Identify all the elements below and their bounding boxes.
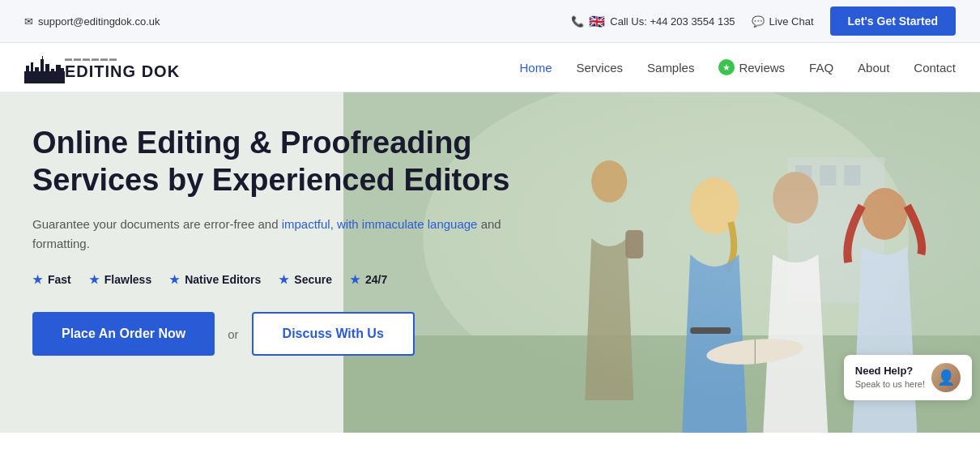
feature-secure: ★ Secure (279, 273, 332, 286)
feature-247: ★ 24/7 (350, 273, 387, 286)
nav-about[interactable]: About (858, 61, 889, 75)
hero-subtitle: Guarantee your documents are error-free … (32, 215, 502, 254)
nav-reviews[interactable]: ★ Reviews (718, 59, 785, 75)
svg-rect-2 (31, 62, 33, 83)
svg-rect-15 (820, 165, 836, 186)
svg-point-23 (705, 335, 804, 368)
phone-item: 📞 🇬🇧 Call Us: +44 203 3554 135 (571, 14, 735, 29)
feature-star-icon-3: ★ (169, 273, 180, 286)
topbar-email: ✉ support@editingdok.co.uk (24, 15, 160, 28)
svg-rect-20 (690, 327, 731, 334)
nav-services[interactable]: Services (577, 61, 624, 75)
place-order-button[interactable]: Place An Order Now (32, 312, 215, 356)
chat-icon: 💬 (752, 15, 765, 28)
svg-point-22 (862, 188, 907, 240)
phone-label: Call Us: +44 203 3554 135 (610, 15, 735, 28)
feature-star-icon-2: ★ (89, 273, 100, 286)
discuss-with-us-button[interactable]: Discuss With Us (252, 312, 415, 356)
feature-fast: ★ Fast (32, 273, 71, 286)
feature-native-editors: ★ Native Editors (169, 273, 261, 286)
need-help-text: Need Help? Speak to us here! (855, 365, 925, 390)
nav-samples[interactable]: Samples (647, 61, 694, 75)
svg-rect-16 (844, 165, 860, 186)
svg-rect-13 (787, 157, 884, 303)
flag-icon: 🇬🇧 (589, 14, 605, 29)
svg-rect-3 (35, 67, 39, 83)
logo-text: ▬▬▬▬▬▬ EDITING DOK (65, 54, 180, 80)
phone-icon: 📞 (571, 15, 584, 28)
or-text: or (228, 327, 238, 341)
need-help-title: Need Help? (855, 365, 925, 378)
hero-subtitle-blue: impactful, with immaculate language (282, 217, 478, 231)
svg-point-17 (591, 160, 627, 203)
svg-rect-8 (56, 65, 61, 83)
svg-rect-18 (625, 230, 643, 258)
nav-faq[interactable]: FAQ (809, 61, 833, 75)
reviews-star-icon: ★ (718, 59, 735, 75)
topbar: ✉ support@editingdok.co.uk 📞 🇬🇧 Call Us:… (0, 0, 980, 43)
topbar-right: 📞 🇬🇧 Call Us: +44 203 3554 135 💬 Live Ch… (571, 6, 956, 36)
svg-point-19 (690, 177, 739, 234)
avatar-icon: 👤 (937, 369, 955, 386)
svg-point-21 (773, 172, 818, 224)
navbar: ▬▬▬▬▬▬ EDITING DOK Home Services Samples… (0, 43, 980, 92)
nav-contact[interactable]: Contact (914, 61, 956, 75)
need-help-bubble[interactable]: Need Help? Speak to us here! 👤 (844, 355, 972, 400)
feature-flawless: ★ Flawless (89, 273, 151, 286)
svg-rect-5 (42, 56, 43, 59)
hero-cta: Place An Order Now or Discuss With Us (32, 312, 535, 356)
need-help-subtitle: Speak to us here! (855, 378, 925, 390)
svg-rect-7 (51, 69, 54, 83)
hero-features: ★ Fast ★ Flawless ★ Native Editors ★ Sec… (32, 273, 535, 286)
feature-star-icon: ★ (32, 273, 43, 286)
email-text: support@editingdok.co.uk (38, 15, 160, 28)
get-started-button[interactable]: Let's Get Started (830, 6, 956, 36)
agent-avatar: 👤 (931, 363, 961, 392)
feature-star-icon-5: ★ (350, 273, 360, 286)
hero-subtitle-start: Guarantee your documents are error-free … (32, 217, 282, 231)
email-icon: ✉ (24, 15, 33, 28)
svg-rect-1 (26, 66, 29, 83)
live-chat-item[interactable]: 💬 Live Chat (752, 15, 814, 28)
logo[interactable]: ▬▬▬▬▬▬ EDITING DOK (24, 51, 180, 83)
feature-star-icon-4: ★ (279, 273, 289, 286)
chat-label: Live Chat (769, 15, 814, 28)
hero-section: Online Editing & Proofreading Services b… (0, 92, 980, 433)
nav-home[interactable]: Home (519, 61, 552, 75)
hero-title: Online Editing & Proofreading Services b… (32, 125, 535, 199)
svg-rect-14 (795, 165, 812, 186)
nav-links: Home Services Samples ★ Reviews FAQ Abou… (519, 59, 956, 75)
svg-rect-9 (61, 68, 64, 83)
hero-content: Online Editing & Proofreading Services b… (0, 92, 567, 388)
svg-rect-4 (40, 59, 44, 83)
svg-rect-6 (45, 64, 49, 83)
logo-icon (24, 51, 65, 83)
